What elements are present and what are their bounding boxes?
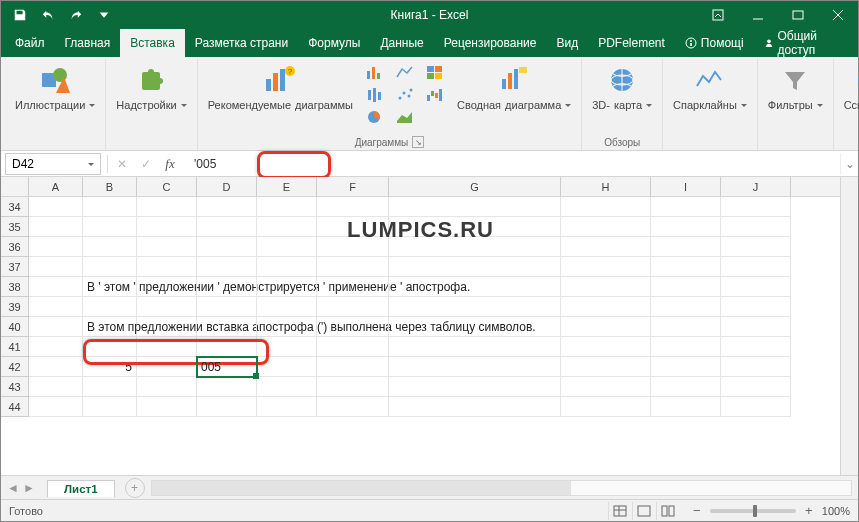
cell-I43[interactable] [651,377,721,397]
cell-B44[interactable] [83,397,137,417]
cell-F36[interactable] [317,237,389,257]
cell-J36[interactable] [721,237,791,257]
cell-F38[interactable] [317,277,389,297]
cell-B36[interactable] [83,237,137,257]
3d-map-button[interactable]: 3D-карта [588,61,656,113]
row-header-36[interactable]: 36 [1,237,29,257]
cell-A37[interactable] [29,257,83,277]
cell-G39[interactable] [389,297,561,317]
tab-view[interactable]: Вид [546,29,588,57]
sparklines-button[interactable]: Спарклайны [669,61,751,113]
cell-F41[interactable] [317,337,389,357]
cell-A42[interactable] [29,357,83,377]
cell-H44[interactable] [561,397,651,417]
cell-A36[interactable] [29,237,83,257]
cell-A43[interactable] [29,377,83,397]
page-layout-view-button[interactable] [632,502,656,520]
cell-H38[interactable] [561,277,651,297]
file-tab[interactable]: Файл [5,29,55,57]
cell-G35[interactable] [389,217,561,237]
sheet-nav-prev[interactable]: ◄ [5,481,21,495]
surface-chart-button[interactable] [391,107,419,127]
illustrations-button[interactable]: Иллюстрации [11,61,99,113]
cell-C34[interactable] [137,197,197,217]
share-button[interactable]: Общий доступ [754,29,854,57]
waterfall-chart-button[interactable] [421,85,449,105]
cell-E36[interactable] [257,237,317,257]
cell-B39[interactable] [83,297,137,317]
cell-C36[interactable] [137,237,197,257]
normal-view-button[interactable] [608,502,632,520]
col-header-A[interactable]: A [29,177,83,196]
cell-E44[interactable] [257,397,317,417]
column-chart-button[interactable] [361,63,389,83]
enter-formula-button[interactable]: ✓ [134,153,158,175]
cell-D39[interactable] [197,297,257,317]
cell-B35[interactable] [83,217,137,237]
cell-G37[interactable] [389,257,561,277]
cell-J38[interactable] [721,277,791,297]
col-header-B[interactable]: B [83,177,137,196]
cell-D37[interactable] [197,257,257,277]
cell-G40[interactable] [389,317,561,337]
sheet-nav-next[interactable]: ► [21,481,37,495]
cell-D43[interactable] [197,377,257,397]
filters-button[interactable]: Фильтры [764,61,827,113]
charts-dialog-launcher[interactable]: ↘ [412,136,424,148]
cell-E35[interactable] [257,217,317,237]
col-header-H[interactable]: H [561,177,651,196]
cell-D36[interactable] [197,237,257,257]
cell-I38[interactable] [651,277,721,297]
cell-A39[interactable] [29,297,83,317]
cell-F39[interactable] [317,297,389,317]
cell-E40[interactable] [257,317,317,337]
cell-J37[interactable] [721,257,791,277]
cell-J34[interactable] [721,197,791,217]
select-all-corner[interactable] [1,177,29,196]
col-header-E[interactable]: E [257,177,317,196]
cell-D34[interactable] [197,197,257,217]
cell-A40[interactable] [29,317,83,337]
scatter-chart-button[interactable] [391,85,419,105]
col-header-G[interactable]: G [389,177,561,196]
row-header-39[interactable]: 39 [1,297,29,317]
row-header-43[interactable]: 43 [1,377,29,397]
cell-G38[interactable] [389,277,561,297]
cell-A44[interactable] [29,397,83,417]
sheet-tab-active[interactable]: Лист1 [47,480,115,497]
add-sheet-button[interactable]: + [125,478,145,498]
cell-B38[interactable]: В ' этом ' предложении ' демонстрируется… [83,277,137,297]
col-header-J[interactable]: J [721,177,791,196]
cell-H39[interactable] [561,297,651,317]
recommended-charts-button[interactable]: ? Рекомендуемыедиаграммы [204,61,357,113]
save-button[interactable] [7,4,33,26]
cell-B37[interactable] [83,257,137,277]
row-header-42[interactable]: 42 [1,357,29,377]
cell-H43[interactable] [561,377,651,397]
cell-C40[interactable] [137,317,197,337]
cell-G42[interactable] [389,357,561,377]
cell-I37[interactable] [651,257,721,277]
cell-F35[interactable] [317,217,389,237]
row-header-35[interactable]: 35 [1,217,29,237]
addins-button[interactable]: Надстройки [112,61,190,113]
cell-C42[interactable] [137,357,197,377]
cell-D40[interactable] [197,317,257,337]
cell-E41[interactable] [257,337,317,357]
cell-E34[interactable] [257,197,317,217]
col-header-F[interactable]: F [317,177,389,196]
qat-customize[interactable] [91,4,117,26]
tab-pdfelement[interactable]: PDFelement [588,29,675,57]
pivot-chart-button[interactable]: Своднаядиаграмма [453,61,575,113]
cell-C35[interactable] [137,217,197,237]
formula-bar-expand[interactable]: ⌄ [840,153,858,175]
cell-H37[interactable] [561,257,651,277]
cell-G44[interactable] [389,397,561,417]
cell-E39[interactable] [257,297,317,317]
hierarchy-chart-button[interactable] [421,63,449,83]
tab-review[interactable]: Рецензирование [434,29,547,57]
name-box[interactable]: D42 [5,153,101,175]
cell-H36[interactable] [561,237,651,257]
cell-I40[interactable] [651,317,721,337]
cell-G34[interactable] [389,197,561,217]
